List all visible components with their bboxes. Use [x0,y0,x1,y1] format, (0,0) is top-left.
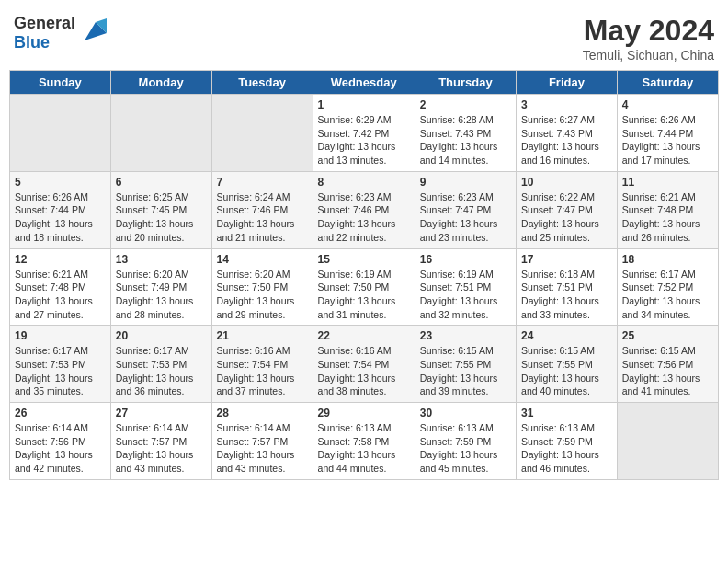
day-number: 25 [622,329,713,342]
day-info: Sunrise: 6:13 AMSunset: 7:58 PMDaylight:… [318,421,410,476]
week-row-5: 26Sunrise: 6:14 AMSunset: 7:56 PMDayligh… [10,403,719,480]
day-number: 2 [420,98,511,111]
day-info: Sunrise: 6:16 AMSunset: 7:54 PMDaylight:… [217,344,308,398]
calendar-cell: 21Sunrise: 6:16 AMSunset: 7:54 PMDayligh… [211,326,313,403]
header-thursday: Thursday [415,71,516,95]
day-info: Sunrise: 6:15 AMSunset: 7:56 PMDaylight:… [622,344,713,398]
day-info: Sunrise: 6:19 AMSunset: 7:50 PMDaylight:… [318,268,410,322]
calendar-cell: 19Sunrise: 6:17 AMSunset: 7:53 PMDayligh… [10,326,111,403]
calendar-cell [211,95,313,172]
day-info: Sunrise: 6:26 AMSunset: 7:44 PMDaylight:… [15,190,106,245]
day-number: 18 [622,253,713,266]
day-number: 14 [217,253,308,266]
calendar-cell: 10Sunrise: 6:22 AMSunset: 7:47 PMDayligh… [517,171,618,248]
day-info: Sunrise: 6:13 AMSunset: 7:59 PMDaylight:… [420,421,511,476]
calendar-cell: 9Sunrise: 6:23 AMSunset: 7:47 PMDaylight… [415,171,516,248]
calendar-cell: 16Sunrise: 6:19 AMSunset: 7:51 PMDayligh… [415,248,516,326]
day-number: 1 [318,98,410,111]
day-info: Sunrise: 6:15 AMSunset: 7:55 PMDaylight:… [420,344,511,398]
logo-icon [77,15,107,44]
day-info: Sunrise: 6:25 AMSunset: 7:45 PMDaylight:… [116,190,207,245]
calendar-cell: 22Sunrise: 6:16 AMSunset: 7:54 PMDayligh… [313,326,415,403]
day-number: 20 [116,329,207,342]
calendar-cell: 8Sunrise: 6:23 AMSunset: 7:46 PMDaylight… [313,171,415,248]
day-number: 28 [217,407,308,419]
day-number: 10 [521,176,612,189]
day-info: Sunrise: 6:14 AMSunset: 7:57 PMDaylight:… [217,421,308,476]
calendar-cell: 4Sunrise: 6:26 AMSunset: 7:44 PMDaylight… [617,95,718,172]
calendar-cell: 2Sunrise: 6:28 AMSunset: 7:43 PMDaylight… [415,95,516,172]
day-number: 7 [217,176,308,189]
day-number: 13 [116,253,207,266]
day-info: Sunrise: 6:14 AMSunset: 7:56 PMDaylight:… [15,421,106,476]
day-info: Sunrise: 6:16 AMSunset: 7:54 PMDaylight:… [318,344,410,398]
calendar-cell: 27Sunrise: 6:14 AMSunset: 7:57 PMDayligh… [110,403,211,480]
calendar-cell: 23Sunrise: 6:15 AMSunset: 7:55 PMDayligh… [415,326,516,403]
day-number: 19 [15,329,106,342]
calendar-cell [617,403,718,480]
day-info: Sunrise: 6:14 AMSunset: 7:57 PMDaylight:… [116,421,207,476]
header-wednesday: Wednesday [313,71,415,95]
day-number: 12 [15,253,106,266]
day-info: Sunrise: 6:26 AMSunset: 7:44 PMDaylight:… [622,113,713,167]
day-info: Sunrise: 6:23 AMSunset: 7:46 PMDaylight:… [318,190,410,245]
header-monday: Monday [110,71,211,95]
calendar-cell: 1Sunrise: 6:29 AMSunset: 7:42 PMDaylight… [313,95,415,172]
calendar-cell: 13Sunrise: 6:20 AMSunset: 7:49 PMDayligh… [110,248,211,326]
header-sunday: Sunday [10,71,111,95]
calendar-cell: 31Sunrise: 6:13 AMSunset: 7:59 PMDayligh… [517,403,618,480]
day-info: Sunrise: 6:18 AMSunset: 7:51 PMDaylight:… [521,268,612,322]
day-info: Sunrise: 6:20 AMSunset: 7:49 PMDaylight:… [116,268,207,322]
day-number: 26 [15,407,106,419]
day-info: Sunrise: 6:13 AMSunset: 7:59 PMDaylight:… [521,421,612,476]
day-number: 24 [521,329,612,342]
header-tuesday: Tuesday [211,71,313,95]
day-number: 16 [420,253,511,266]
calendar-cell: 5Sunrise: 6:26 AMSunset: 7:44 PMDaylight… [10,171,111,248]
day-info: Sunrise: 6:21 AMSunset: 7:48 PMDaylight:… [622,190,713,245]
calendar-cell: 3Sunrise: 6:27 AMSunset: 7:43 PMDaylight… [517,95,618,172]
calendar-cell: 26Sunrise: 6:14 AMSunset: 7:56 PMDayligh… [10,403,111,480]
day-number: 3 [521,98,612,111]
day-info: Sunrise: 6:15 AMSunset: 7:55 PMDaylight:… [521,344,612,398]
calendar-cell: 25Sunrise: 6:15 AMSunset: 7:56 PMDayligh… [617,326,718,403]
calendar-cell: 11Sunrise: 6:21 AMSunset: 7:48 PMDayligh… [617,171,718,248]
calendar-cell: 14Sunrise: 6:20 AMSunset: 7:50 PMDayligh… [211,248,313,326]
calendar-cell [110,95,211,172]
header-row: SundayMondayTuesdayWednesdayThursdayFrid… [10,71,719,95]
day-number: 22 [318,329,410,342]
calendar-cell [10,95,111,172]
header-friday: Friday [517,71,618,95]
day-info: Sunrise: 6:19 AMSunset: 7:51 PMDaylight:… [420,268,511,322]
day-info: Sunrise: 6:28 AMSunset: 7:43 PMDaylight:… [420,113,511,167]
day-number: 15 [318,253,410,266]
week-row-1: 1Sunrise: 6:29 AMSunset: 7:42 PMDaylight… [10,95,719,172]
day-number: 17 [521,253,612,266]
calendar-cell: 17Sunrise: 6:18 AMSunset: 7:51 PMDayligh… [517,248,618,326]
day-info: Sunrise: 6:17 AMSunset: 7:52 PMDaylight:… [622,268,713,322]
calendar-cell: 12Sunrise: 6:21 AMSunset: 7:48 PMDayligh… [10,248,111,326]
calendar-cell: 24Sunrise: 6:15 AMSunset: 7:55 PMDayligh… [517,326,618,403]
calendar-cell: 20Sunrise: 6:17 AMSunset: 7:53 PMDayligh… [110,326,211,403]
day-info: Sunrise: 6:17 AMSunset: 7:53 PMDaylight:… [116,344,207,398]
day-number: 9 [420,176,511,189]
day-number: 21 [217,329,308,342]
day-number: 8 [318,176,410,189]
header-saturday: Saturday [617,71,718,95]
day-info: Sunrise: 6:24 AMSunset: 7:46 PMDaylight:… [217,190,308,245]
day-info: Sunrise: 6:23 AMSunset: 7:47 PMDaylight:… [420,190,511,245]
logo-blue: Blue [14,33,50,52]
logo-text: General Blue [14,14,75,52]
day-number: 6 [116,176,207,189]
day-number: 4 [622,98,713,111]
day-info: Sunrise: 6:20 AMSunset: 7:50 PMDaylight:… [217,268,308,322]
logo: General Blue [14,14,107,52]
title-block: May 2024 Temuli, Sichuan, China [583,14,714,63]
subtitle: Temuli, Sichuan, China [583,48,714,63]
calendar-cell: 18Sunrise: 6:17 AMSunset: 7:52 PMDayligh… [617,248,718,326]
calendar-cell: 15Sunrise: 6:19 AMSunset: 7:50 PMDayligh… [313,248,415,326]
page-header: General Blue May 2024 Temuli, Sichuan, C… [9,9,719,63]
day-number: 23 [420,329,511,342]
day-number: 11 [622,176,713,189]
calendar-cell: 29Sunrise: 6:13 AMSunset: 7:58 PMDayligh… [313,403,415,480]
